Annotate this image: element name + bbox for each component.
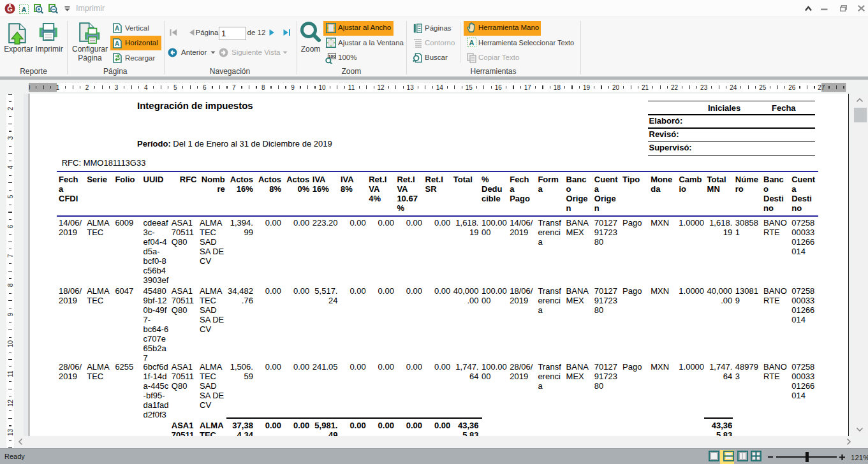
svg-text:A: A (22, 6, 27, 13)
svg-text:A: A (115, 25, 119, 32)
svg-text:A: A (115, 40, 119, 47)
svg-text:100: 100 (328, 54, 335, 58)
svg-text:G: G (7, 5, 13, 13)
svg-text:A: A (469, 39, 474, 47)
